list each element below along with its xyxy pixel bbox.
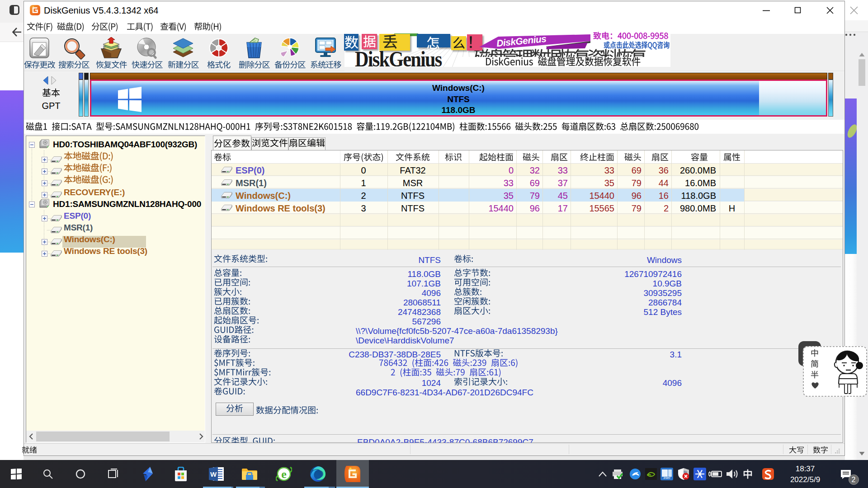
svg-text:W: W	[210, 470, 217, 478]
svg-text:intel: intel	[664, 476, 670, 480]
svg-text:e: e	[281, 468, 287, 481]
